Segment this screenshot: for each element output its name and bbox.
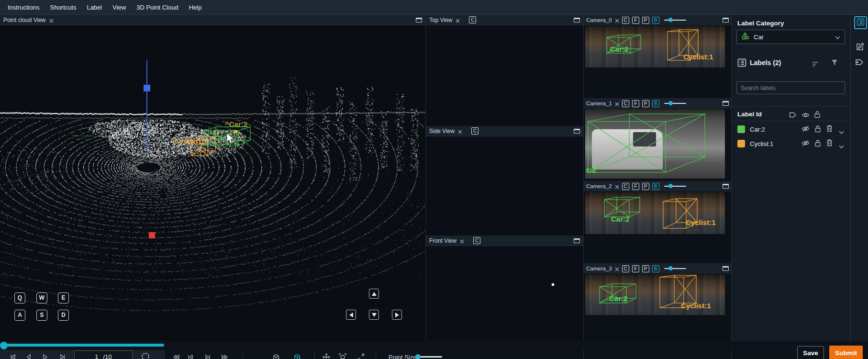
close-icon[interactable] <box>460 238 464 243</box>
camera-0-image[interactable]: Car:2 Cyclist:1 <box>585 26 725 67</box>
frame-seek-bar[interactable] <box>4 344 164 347</box>
camera-1-image[interactable]: r:2 <box>585 109 725 179</box>
camera-2-image[interactable]: Car:2 Cyclist:1 <box>585 192 725 234</box>
maximize-icon[interactable] <box>416 18 422 22</box>
pan-right-button[interactable] <box>392 310 402 320</box>
toggle-p[interactable]: P <box>642 100 649 107</box>
step-back-button[interactable] <box>187 353 194 359</box>
camera-projection-toggle[interactable]: C <box>469 16 476 23</box>
brightness-slider[interactable] <box>664 268 686 269</box>
toggle-f[interactable]: F <box>632 183 639 190</box>
pan-left-button[interactable] <box>346 310 356 320</box>
toggle-b[interactable]: B <box>652 100 659 107</box>
step-forward-button[interactable] <box>204 353 211 359</box>
key-e[interactable]: E <box>58 292 69 303</box>
label-category-dropdown[interactable]: Car <box>736 30 845 44</box>
top-view-body[interactable] <box>426 25 583 126</box>
camera-3-image[interactable]: Car:2 Cyclist:1 <box>585 274 725 315</box>
lock-icon[interactable] <box>814 125 821 135</box>
menu-item-help[interactable]: Help <box>189 4 202 11</box>
close-icon[interactable] <box>456 18 460 22</box>
chevron-down-icon[interactable] <box>839 127 844 136</box>
maximize-icon[interactable] <box>574 238 580 243</box>
key-w[interactable]: W <box>36 292 47 303</box>
fit-to-frame-tool[interactable] <box>339 353 346 359</box>
save-button[interactable]: Save <box>797 346 824 359</box>
side-view-body[interactable] <box>426 136 583 236</box>
toggle-b[interactable]: B <box>652 17 659 24</box>
maximize-icon[interactable] <box>574 18 580 22</box>
brightness-slider[interactable] <box>664 20 686 21</box>
eye-off-icon[interactable] <box>801 125 810 134</box>
toggle-c[interactable]: C <box>622 17 629 24</box>
menu-item-shortcuts[interactable]: Shortcuts <box>50 4 76 11</box>
eye-icon[interactable] <box>801 112 810 120</box>
chevron-down-icon[interactable] <box>839 142 844 150</box>
brightness-slider[interactable] <box>664 103 686 104</box>
tag-icon[interactable] <box>789 112 797 120</box>
trash-icon[interactable] <box>826 139 833 148</box>
search-labels-input[interactable] <box>736 81 845 94</box>
close-icon[interactable] <box>615 267 619 271</box>
toggle-c[interactable]: C <box>622 100 629 107</box>
edit-cuboid-tool-active[interactable] <box>293 353 300 359</box>
labels-panel-button-active[interactable] <box>854 16 867 29</box>
maximize-icon[interactable] <box>574 129 580 134</box>
previous-frame-button[interactable] <box>25 353 33 359</box>
key-d[interactable]: D <box>58 310 69 321</box>
menu-item-instructions[interactable]: Instructions <box>8 4 39 11</box>
close-icon[interactable] <box>615 18 619 22</box>
close-icon[interactable] <box>49 18 54 22</box>
maximize-icon[interactable] <box>723 18 729 22</box>
sort-icon[interactable] <box>812 60 819 69</box>
move-tool[interactable] <box>323 353 330 359</box>
lock-icon[interactable] <box>814 139 821 149</box>
close-icon[interactable] <box>458 129 462 133</box>
camera-projection-toggle[interactable]: C <box>473 237 480 244</box>
menu-item-3d-point-cloud[interactable]: 3D Point Cloud <box>136 4 178 11</box>
toggle-c[interactable]: C <box>622 265 629 272</box>
point-size-slider[interactable] <box>418 356 442 358</box>
maximize-icon[interactable] <box>723 184 729 189</box>
point-size-knob[interactable] <box>415 354 421 359</box>
toggle-p[interactable]: P <box>642 17 649 24</box>
filter-funnel-icon[interactable] <box>831 59 838 68</box>
maximize-icon[interactable] <box>723 101 729 106</box>
key-s[interactable]: S <box>36 310 47 321</box>
frame-counter[interactable]: 1 /10 <box>74 350 133 359</box>
menu-item-view[interactable]: View <box>112 4 126 11</box>
front-view-body[interactable] <box>426 246 583 341</box>
close-icon[interactable] <box>615 184 619 189</box>
tag-icon[interactable] <box>855 58 864 68</box>
toggle-b[interactable]: B <box>652 265 659 272</box>
key-a[interactable]: A <box>14 310 25 321</box>
key-q[interactable]: Q <box>14 292 25 303</box>
fullscreen-tool[interactable] <box>357 353 365 359</box>
pan-up-button[interactable] <box>369 289 379 299</box>
toggle-b[interactable]: B <box>652 183 659 190</box>
unlock-icon[interactable] <box>814 111 821 120</box>
skip-to-last-frame-button[interactable] <box>58 353 66 359</box>
toggle-c[interactable]: C <box>622 183 629 190</box>
toggle-f[interactable]: F <box>632 265 639 272</box>
add-cuboid-tool[interactable] <box>272 353 279 359</box>
camera-projection-toggle[interactable]: C <box>471 127 479 135</box>
frame-seek-knob[interactable] <box>0 342 8 349</box>
close-icon[interactable] <box>615 101 619 106</box>
toggle-f[interactable]: F <box>632 100 639 107</box>
fast-forward-button[interactable] <box>221 353 229 359</box>
toggle-p[interactable]: P <box>642 265 649 272</box>
maximize-icon[interactable] <box>723 266 729 271</box>
menu-item-label[interactable]: Label <box>87 4 102 11</box>
play-button[interactable] <box>41 353 49 359</box>
submit-button[interactable]: Submit <box>829 346 863 359</box>
skip-to-first-frame-button[interactable] <box>10 353 17 359</box>
eye-off-icon[interactable] <box>801 140 810 148</box>
rewind-button[interactable] <box>172 353 180 359</box>
toggle-f[interactable]: F <box>632 17 639 24</box>
brightness-slider[interactable] <box>664 186 686 187</box>
trash-icon[interactable] <box>826 125 833 134</box>
toggle-p[interactable]: P <box>642 183 649 190</box>
edit-pencil-icon[interactable] <box>856 42 865 53</box>
pan-down-button[interactable] <box>369 310 379 320</box>
